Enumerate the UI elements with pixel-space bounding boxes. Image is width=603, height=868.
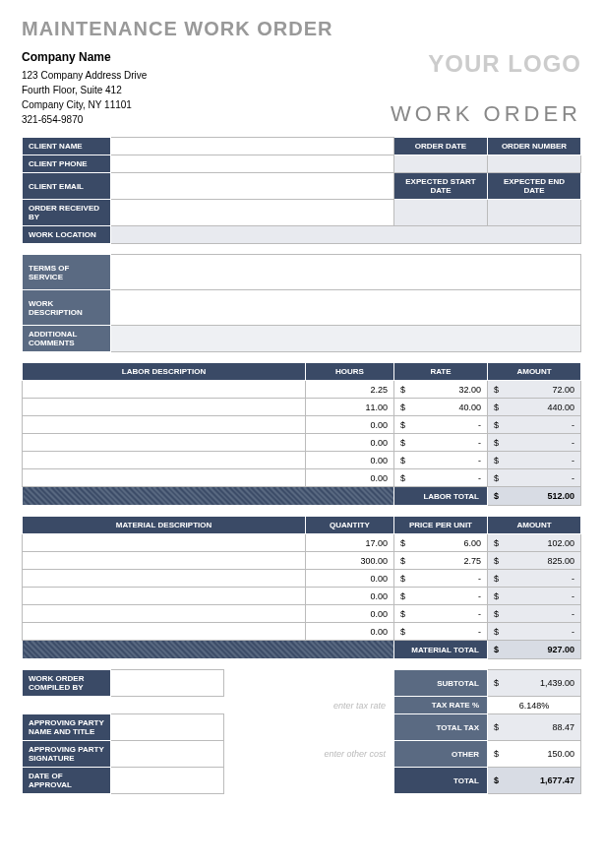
label-compiled-by: WORK ORDER COMPILED BY <box>23 670 111 697</box>
labor-rate-cell[interactable]: $32.00 <box>394 381 488 399</box>
col-amount: AMOUNT <box>488 517 581 534</box>
material-amount-cell: $- <box>488 570 581 588</box>
field-work-desc[interactable] <box>111 290 581 326</box>
material-desc-cell[interactable] <box>23 605 306 623</box>
field-exp-start[interactable] <box>394 200 488 226</box>
hint-tax-rate: enter tax rate <box>224 697 394 714</box>
material-amount-cell: $825.00 <box>488 552 581 570</box>
material-desc-cell[interactable] <box>23 623 306 641</box>
material-row: 300.00 $2.75 $825.00 <box>23 552 581 570</box>
labor-table: LABOR DESCRIPTION HOURS RATE AMOUNT 2.25… <box>22 362 581 506</box>
hatch-fill <box>23 487 394 506</box>
material-row: 0.00 $- $- <box>23 623 581 641</box>
labor-rate-cell[interactable]: $- <box>394 469 488 487</box>
logo-placeholder: YOUR LOGO <box>391 50 581 78</box>
labor-row: 0.00 $- $- <box>23 469 581 487</box>
col-material-desc: MATERIAL DESCRIPTION <box>23 517 306 534</box>
total-value: $1,677.47 <box>488 768 581 794</box>
total-tax-value: $88.47 <box>488 714 581 741</box>
field-client-email[interactable] <box>111 173 394 200</box>
tax-rate-value[interactable]: 6.148% <box>488 697 581 714</box>
material-desc-cell[interactable] <box>23 552 306 570</box>
field-approving-sig[interactable] <box>111 741 224 768</box>
labor-hours-cell[interactable]: 0.00 <box>306 434 394 452</box>
label-add-comments: ADDITIONAL COMMENTS <box>23 326 111 352</box>
labor-amount-cell: $- <box>488 416 581 434</box>
material-ppu-cell[interactable]: $- <box>394 570 488 588</box>
company-addr2: Fourth Floor, Suite 412 <box>22 83 147 97</box>
field-client-phone[interactable] <box>111 155 394 173</box>
header: Company Name 123 Company Address Drive F… <box>22 50 581 127</box>
label-order-received: ORDER RECEIVED BY <box>23 200 111 226</box>
label-work-desc: WORK DESCRIPTION <box>23 290 111 326</box>
labor-row: 0.00 $- $- <box>23 452 581 469</box>
client-info-table: CLIENT NAME ORDER DATE ORDER NUMBER CLIE… <box>22 137 581 244</box>
company-addr3: Company City, NY 11101 <box>22 97 147 112</box>
labor-row: 2.25 $32.00 $72.00 <box>23 381 581 399</box>
label-total: TOTAL <box>394 768 488 794</box>
labor-hours-cell[interactable]: 0.00 <box>306 452 394 469</box>
labor-desc-cell[interactable] <box>23 399 306 416</box>
col-labor-desc: LABOR DESCRIPTION <box>23 363 306 381</box>
field-order-number[interactable] <box>488 155 581 173</box>
field-exp-end[interactable] <box>488 200 581 226</box>
labor-rate-cell[interactable]: $- <box>394 452 488 469</box>
material-desc-cell[interactable] <box>23 570 306 588</box>
work-order-heading: WORK ORDER <box>391 101 581 127</box>
field-work-location[interactable] <box>111 226 581 244</box>
label-exp-start: EXPECTED START DATE <box>394 173 488 200</box>
material-desc-cell[interactable] <box>23 588 306 605</box>
material-ppu-cell[interactable]: $- <box>394 588 488 605</box>
labor-desc-cell[interactable] <box>23 381 306 399</box>
labor-hours-cell[interactable]: 11.00 <box>306 399 394 416</box>
material-ppu-cell[interactable]: $6.00 <box>394 534 488 552</box>
field-order-date[interactable] <box>394 155 488 173</box>
label-order-date: ORDER DATE <box>394 138 488 155</box>
field-add-comments[interactable] <box>111 326 581 352</box>
labor-amount-cell: $440.00 <box>488 399 581 416</box>
labor-hours-cell[interactable]: 0.00 <box>306 416 394 434</box>
material-row: 17.00 $6.00 $102.00 <box>23 534 581 552</box>
labor-rate-cell[interactable]: $- <box>394 416 488 434</box>
labor-hours-cell[interactable]: 0.00 <box>306 469 394 487</box>
labor-total-value: $512.00 <box>488 487 581 506</box>
hint-other-cost: enter other cost <box>224 741 394 768</box>
labor-rate-cell[interactable]: $- <box>394 434 488 452</box>
material-ppu-cell[interactable]: $- <box>394 605 488 623</box>
label-order-number: ORDER NUMBER <box>488 138 581 155</box>
labor-amount-cell: $- <box>488 452 581 469</box>
labor-amount-cell: $- <box>488 434 581 452</box>
field-order-received[interactable] <box>111 200 394 226</box>
labor-desc-cell[interactable] <box>23 434 306 452</box>
material-desc-cell[interactable] <box>23 534 306 552</box>
material-ppu-cell[interactable]: $- <box>394 623 488 641</box>
field-client-name[interactable] <box>111 138 394 155</box>
subtotal-value: $1,439.00 <box>488 670 581 697</box>
labor-desc-cell[interactable] <box>23 416 306 434</box>
labor-desc-cell[interactable] <box>23 469 306 487</box>
material-row: 0.00 $- $- <box>23 605 581 623</box>
material-qty-cell[interactable]: 0.00 <box>306 623 394 641</box>
labor-desc-cell[interactable] <box>23 452 306 469</box>
company-name: Company Name <box>22 50 147 64</box>
company-phone: 321-654-9870 <box>22 112 147 127</box>
material-qty-cell[interactable]: 0.00 <box>306 605 394 623</box>
material-qty-cell[interactable]: 300.00 <box>306 552 394 570</box>
label-material-total: MATERIAL TOTAL <box>394 641 488 659</box>
other-value[interactable]: $150.00 <box>488 741 581 768</box>
material-qty-cell[interactable]: 17.00 <box>306 534 394 552</box>
label-client-phone: CLIENT PHONE <box>23 155 111 173</box>
field-date-approval[interactable] <box>111 768 224 794</box>
material-amount-cell: $- <box>488 605 581 623</box>
material-ppu-cell[interactable]: $2.75 <box>394 552 488 570</box>
col-quantity: QUANTITY <box>306 517 394 534</box>
material-table: MATERIAL DESCRIPTION QUANTITY PRICE PER … <box>22 516 581 659</box>
labor-hours-cell[interactable]: 2.25 <box>306 381 394 399</box>
field-approving-name[interactable] <box>111 714 224 741</box>
col-ppu: PRICE PER UNIT <box>394 517 488 534</box>
field-compiled-by[interactable] <box>111 670 224 697</box>
labor-rate-cell[interactable]: $40.00 <box>394 399 488 416</box>
field-terms[interactable] <box>111 255 581 290</box>
material-qty-cell[interactable]: 0.00 <box>306 570 394 588</box>
material-qty-cell[interactable]: 0.00 <box>306 588 394 605</box>
